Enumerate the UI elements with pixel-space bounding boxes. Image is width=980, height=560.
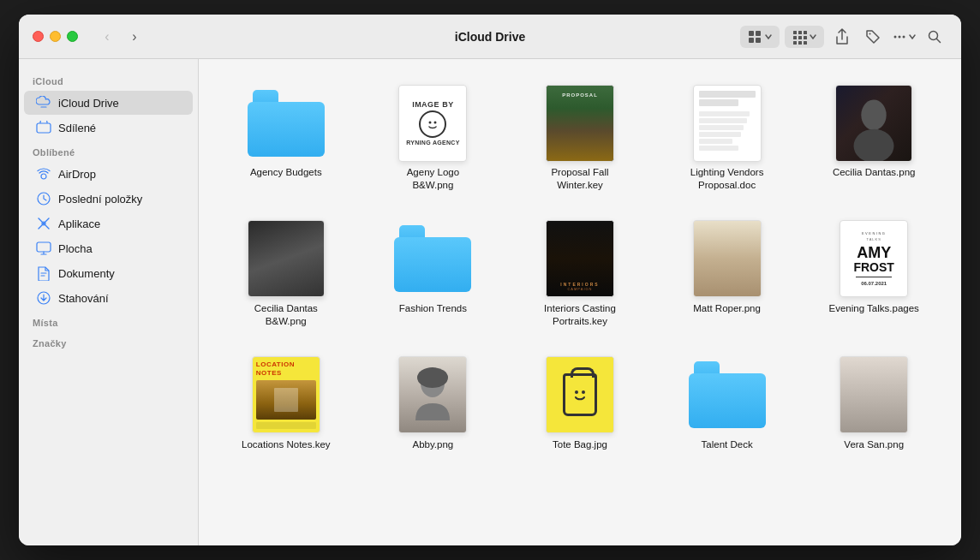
file-name-tote-bag: Tote Bag.jpg — [553, 438, 607, 451]
sidebar-label-recent: Poslední položky — [58, 193, 142, 206]
forward-button[interactable]: › — [122, 25, 146, 49]
file-name-cecilia-bw: Cecilia Dantas B&W.png — [239, 302, 333, 328]
tag-icon — [864, 28, 881, 45]
file-item-talent-deck[interactable]: Talent Deck — [660, 352, 794, 458]
file-item-abby[interactable]: Abby.png — [367, 352, 500, 458]
toolbar-right — [740, 24, 947, 50]
doc-abby — [398, 356, 467, 433]
chevron-icon — [764, 33, 773, 41]
grid-icon — [747, 29, 762, 45]
file-item-evening-talks[interactable]: EVENING TALKS AMY FROST 06.07.2021 Eveni… — [807, 216, 941, 335]
sidebar-item-desktop[interactable]: Plocha — [24, 236, 193, 260]
svg-rect-0 — [749, 31, 754, 36]
file-item-cecilia-dantas[interactable]: Cecilia Dantas.png — [807, 80, 941, 199]
file-name-locations-notes: Locations Notes.key — [242, 438, 331, 451]
file-item-vera-san[interactable]: Vera San.png — [807, 352, 941, 458]
file-item-fashion-trends[interactable]: Fashion Trends — [367, 216, 500, 335]
file-name-abby: Abby.png — [413, 438, 454, 451]
file-grid: Agency Budgets IMAGE BY — [219, 80, 941, 458]
file-name-fashion-trends: Fashion Trends — [399, 302, 467, 315]
file-item-locations-notes[interactable]: LOCATION NOTES Locations Notes.key — [219, 352, 353, 458]
svg-point-25 — [434, 122, 437, 124]
downloads-icon — [36, 290, 51, 306]
sidebar-label-desktop: Plocha — [58, 242, 93, 255]
airdrop-icon — [36, 166, 51, 182]
file-thumb-abby — [390, 359, 475, 432]
share-icon — [834, 28, 850, 45]
sidebar-label-apps: Aplikace — [58, 217, 100, 230]
sidebar-item-documents[interactable]: Dokumenty — [24, 261, 193, 285]
close-button[interactable] — [33, 31, 44, 42]
file-name-matt-roper: Matt Roper.png — [693, 302, 761, 315]
more-icon — [891, 28, 908, 45]
minimize-button[interactable] — [50, 31, 61, 42]
grid-view-button[interactable] — [740, 26, 780, 48]
file-item-proposal-fall[interactable]: PROPOSAL Proposal Fall Winter.key — [513, 80, 647, 199]
file-item-interiors[interactable]: INTERIORS CAMPAIGN Interiors Casting Por… — [513, 216, 647, 335]
doc-agency-logo: IMAGE BY RYNING AGENCY — [398, 85, 467, 162]
folder-icon-agency-budgets — [248, 90, 325, 157]
group-button[interactable] — [785, 26, 824, 48]
sidebar-item-recent[interactable]: Poslední položky — [24, 187, 193, 211]
sidebar-item-airdrop[interactable]: AirDrop — [24, 162, 193, 186]
chevron-down-icon — [809, 33, 817, 41]
svg-point-16 — [903, 35, 905, 38]
file-item-matt-roper[interactable]: Matt Roper.png — [660, 216, 794, 335]
more-button[interactable] — [891, 24, 917, 50]
file-thumb-vera-san — [831, 359, 917, 432]
sidebar-label-airdrop: AirDrop — [58, 168, 96, 181]
share-button[interactable] — [829, 24, 855, 50]
svg-point-24 — [429, 122, 432, 124]
sidebar-item-icloud-drive[interactable]: iCloud Drive — [24, 91, 193, 115]
svg-rect-8 — [798, 36, 802, 39]
finder-window: ‹ › iCloud Drive — [19, 15, 961, 545]
svg-rect-10 — [793, 41, 797, 45]
svg-rect-12 — [804, 41, 807, 45]
svg-rect-7 — [793, 36, 797, 39]
more-chevron-icon — [908, 33, 917, 41]
folder-icon-fashion-trends — [394, 225, 471, 292]
file-thumb-agency-budgets — [243, 86, 329, 159]
file-item-lighting-vendors[interactable]: Lighting Vendors Proposal.doc — [660, 80, 794, 199]
file-name-vera-san: Vera San.png — [844, 438, 904, 451]
back-button[interactable]: ‹ — [95, 25, 119, 49]
svg-point-27 — [854, 128, 894, 160]
file-thumb-interiors: INTERIORS CAMPAIGN — [537, 223, 623, 295]
file-name-lighting-vendors: Lighting Vendors Proposal.doc — [680, 166, 774, 192]
doc-proposal-fall: PROPOSAL — [546, 85, 614, 162]
sidebar-item-shared[interactable]: Sdílené — [24, 116, 193, 140]
svg-rect-1 — [756, 31, 761, 36]
smiley-tote — [570, 384, 590, 405]
tag-button[interactable] — [860, 24, 886, 50]
svg-point-14 — [894, 35, 897, 38]
file-item-agency-logo[interactable]: IMAGE BY RYNING AGENCY — [367, 80, 500, 199]
sidebar-item-apps[interactable]: Aplikace — [24, 211, 193, 235]
file-name-evening-talks: Evening Talks.pages — [829, 302, 919, 315]
shared-icon — [36, 120, 51, 135]
doc-evening-talks: EVENING TALKS AMY FROST 06.07.2021 — [840, 220, 908, 297]
file-item-tote-bag[interactable]: Tote Bag.jpg — [513, 352, 647, 458]
sidebar-label-downloads: Stahování — [58, 292, 109, 305]
abby-silhouette — [411, 365, 454, 425]
doc-vera-san — [840, 356, 908, 433]
view-toggle — [740, 26, 780, 48]
sidebar-section-oblibene: Oblíbené — [19, 140, 198, 161]
maximize-button[interactable] — [67, 31, 78, 42]
search-button[interactable] — [922, 24, 947, 50]
file-item-agency-budgets[interactable]: Agency Budgets — [219, 80, 353, 199]
proposal-inner: PROPOSAL — [547, 86, 613, 161]
file-thumb-lighting-vendors — [684, 86, 770, 159]
img-cecilia-bw — [248, 220, 325, 297]
file-thumb-proposal-fall: PROPOSAL — [537, 86, 623, 159]
svg-point-19 — [41, 174, 46, 179]
file-thumb-agency-logo: IMAGE BY RYNING AGENCY — [390, 86, 475, 159]
file-item-cecilia-bw[interactable]: Cecilia Dantas B&W.png — [219, 216, 353, 335]
desktop-icon — [36, 241, 51, 256]
svg-rect-18 — [37, 123, 51, 133]
folder-body-fashion — [394, 237, 471, 292]
sidebar-section-mista: Místa — [19, 311, 198, 331]
svg-point-30 — [575, 390, 578, 394]
svg-point-15 — [899, 35, 901, 38]
sidebar-item-downloads[interactable]: Stahování — [24, 286, 193, 310]
svg-rect-22 — [37, 242, 51, 252]
